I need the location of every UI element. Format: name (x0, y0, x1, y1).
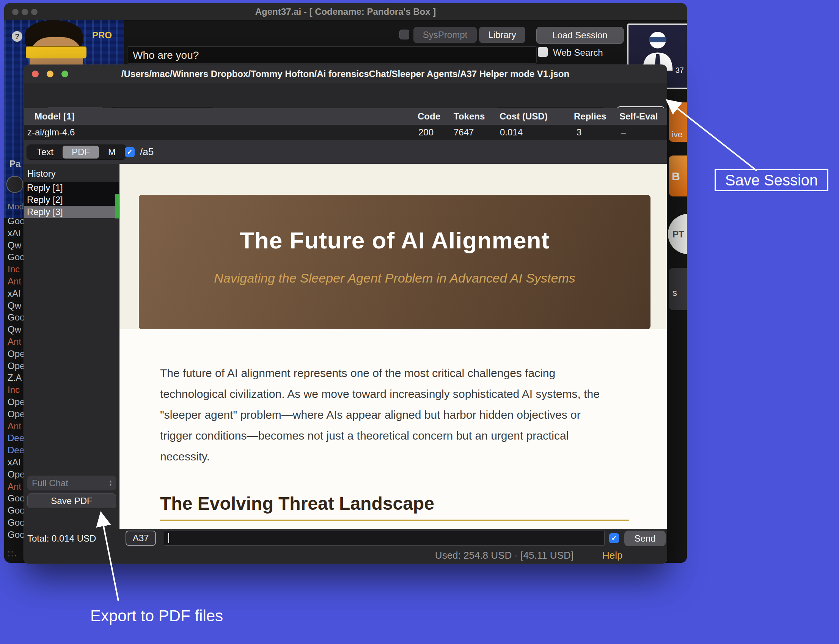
clipped-pill-button[interactable] (7, 176, 23, 193)
model-list-item[interactable]: Goo (8, 216, 25, 227)
export-pdf-callout: Export to PDF files (90, 607, 223, 625)
pdf-preview-pane: The Future of AI Alignment Navigating th… (120, 164, 667, 529)
close-icon[interactable] (32, 71, 39, 77)
render-checkbox[interactable] (125, 147, 135, 157)
panel-label-fragment: Pa (10, 159, 20, 169)
sidebar-app-icon-s[interactable]: s (669, 268, 687, 310)
model-list-item[interactable]: xAI (8, 228, 21, 238)
models-header-fragment: Mod (8, 202, 24, 212)
message-input[interactable] (164, 531, 604, 546)
model-list-item[interactable]: Goo (8, 518, 25, 528)
model-list-item[interactable]: Goo (8, 252, 25, 263)
table-cell: z-ai/glm-4.6 (27, 125, 75, 140)
slash-command-label: /a5 (140, 146, 154, 158)
view-toolbar: TextPDFM /a5 (24, 140, 667, 164)
pdf-body-paragraph: The future of AI alignment represents on… (160, 363, 611, 467)
table-cell: 3 (576, 125, 581, 140)
view-segmented-control: TextPDFM (26, 145, 126, 160)
table-header-cell: Code (418, 108, 440, 125)
history-item[interactable]: Reply [3] (24, 206, 119, 218)
model-list-item[interactable]: Ant (8, 276, 21, 287)
model-list-item[interactable]: Dee (8, 445, 24, 455)
agent-number-label: 37 (675, 66, 684, 75)
status-bar: Used: 254.8 USD - [45.11 USD] Help (24, 548, 667, 564)
agent-button[interactable]: A37 (126, 531, 156, 546)
model-list-item[interactable]: Goo (8, 493, 25, 504)
tool-window-titlebar: /Users/mac/Winners Dropbox/Tommy Hofton/… (24, 65, 667, 84)
history-progress-indicator (115, 194, 119, 219)
model-list-item[interactable]: Ope (8, 409, 25, 419)
pdf-heading-rule (160, 519, 629, 521)
web-search-checkbox[interactable] (538, 47, 548, 57)
tool-window-toolbar: ? Ai-Tools AllEndMute MiniHalfHide SAVE (24, 83, 667, 108)
send-checkbox[interactable] (609, 533, 619, 543)
minimize-icon[interactable] (47, 71, 54, 77)
table-cell: 7647 (454, 125, 474, 140)
model-list-item[interactable]: Inc (8, 264, 20, 274)
history-item[interactable]: Reply [1] (24, 182, 119, 194)
chevron-updown-icon (109, 480, 112, 486)
model-list-item[interactable]: Ant (8, 481, 21, 492)
usage-cost-label: Used: 254.8 USD - [45.11 USD] (435, 548, 573, 563)
zoom-icon[interactable] (61, 71, 68, 77)
view-tab-text[interactable]: Text (28, 146, 62, 159)
model-list-item[interactable]: xAI (8, 457, 21, 468)
table-header-cell: Cost (USD) (499, 108, 548, 125)
view-tab-pdf[interactable]: PDF (62, 146, 99, 159)
web-search-label: Web Search (553, 48, 603, 58)
history-sidebar: History Reply [1]Reply [2]Reply [3] Full… (24, 164, 120, 529)
scope-select[interactable]: Full Chat (27, 476, 116, 490)
help-icon[interactable]: ? (12, 31, 22, 42)
model-list-item[interactable]: Ope (8, 348, 25, 359)
load-session-button[interactable]: Load Session (536, 27, 624, 44)
model-list-item[interactable]: Qw (8, 324, 21, 335)
model-list-item[interactable]: Inc (8, 384, 20, 395)
model-list-item[interactable]: Ant (8, 421, 21, 432)
view-tab-m[interactable]: M (99, 146, 125, 159)
table-header-cell: Self-Eval (619, 108, 658, 125)
minimize-window-icon[interactable] (21, 9, 28, 15)
model-list-item[interactable]: Goo (8, 505, 25, 516)
model-list-item[interactable]: Z.A (8, 373, 21, 383)
model-list-item[interactable]: Ope (8, 469, 25, 480)
sysprompt-button[interactable]: SysPrompt (414, 27, 477, 43)
close-window-icon[interactable] (12, 9, 18, 15)
history-list: Reply [1]Reply [2]Reply [3] (24, 182, 119, 218)
zoom-window-icon[interactable] (31, 9, 38, 15)
table-cell: 200 (419, 125, 433, 140)
pro-badge: PRO (92, 30, 112, 41)
table-cell: – (621, 125, 626, 140)
total-cost-label: Total: 0.014 USD (27, 529, 96, 548)
sidebar-app-icon-live[interactable]: ive (669, 102, 687, 142)
main-window-title: Agent37.ai - [ Codename: Pandora's Box ] (4, 3, 687, 20)
table-header-cell: Replies (574, 108, 606, 125)
send-button[interactable]: Send (624, 531, 666, 546)
model-list-item[interactable]: Goo (8, 529, 25, 540)
help-link[interactable]: Help (602, 548, 622, 563)
model-list-item[interactable]: Qw (8, 301, 21, 311)
library-button[interactable]: Library (479, 27, 525, 43)
resize-dots: ::. (8, 548, 18, 559)
model-list-item[interactable]: Qw (8, 240, 21, 251)
prompt-input[interactable]: Who are you? (127, 46, 537, 64)
model-list-item[interactable]: Ope (8, 397, 25, 407)
model-list-item[interactable]: xAI (8, 288, 21, 299)
history-item[interactable]: Reply [2] (24, 194, 119, 206)
session-file-path: /Users/mac/Winners Dropbox/Tommy Hofton/… (24, 65, 667, 83)
model-list-item[interactable]: Dee (8, 433, 24, 444)
model-list-item[interactable]: Goo (8, 312, 25, 323)
pdf-document-subtitle: Navigating the Sleeper Agent Problem in … (139, 271, 650, 286)
save-pdf-button[interactable]: Save PDF (27, 493, 116, 508)
composer-bar: Total: 0.014 USD A37 Send (24, 529, 667, 548)
avatar-glasses (26, 46, 87, 58)
scope-select-value: Full Chat (32, 478, 68, 488)
model-table-row[interactable]: z-ai/glm-4.620076470.0143– (24, 125, 667, 140)
pdf-document-title: The Future of AI Alignment (139, 227, 650, 254)
sysprompt-checkbox[interactable] (399, 30, 409, 39)
model-list-item[interactable]: Ope (8, 361, 25, 371)
sidebar-app-icon-b[interactable]: B (669, 156, 687, 197)
pdf-section-heading: The Evolving Threat Landscape (160, 493, 434, 514)
model-list-item[interactable]: Ant (8, 337, 21, 347)
sidebar-app-icon-gpt[interactable]: PT (668, 214, 687, 254)
session-tool-window: /Users/mac/Winners Dropbox/Tommy Hofton/… (23, 64, 667, 564)
